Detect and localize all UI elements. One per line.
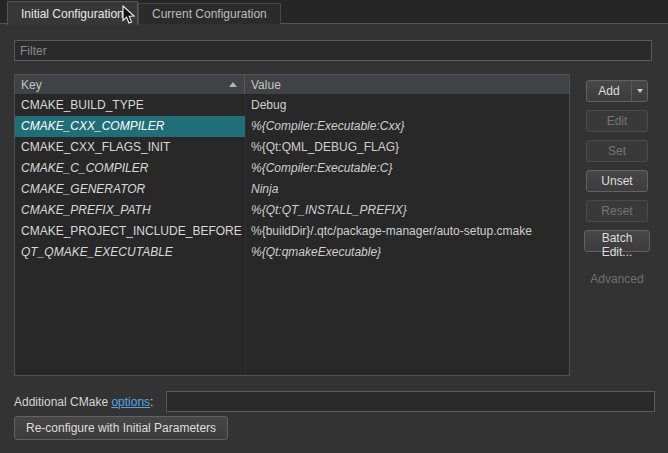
key-cell[interactable]: CMAKE_C_COMPILER: [15, 158, 245, 179]
column-header-key[interactable]: Key: [15, 75, 245, 94]
batch-edit-button[interactable]: Batch Edit...: [584, 230, 650, 252]
edit-button[interactable]: Edit: [586, 110, 648, 132]
parameters-table: Key Value CMAKE_BUILD_TYPEDebugCMAKE_CXX…: [14, 74, 570, 376]
table-body: CMAKE_BUILD_TYPEDebugCMAKE_CXX_COMPILER%…: [15, 95, 569, 263]
tab-current-configuration[interactable]: Current Configuration: [138, 3, 281, 24]
value-cell[interactable]: %{Compiler:Executable:Cxx}: [245, 116, 569, 137]
reset-button[interactable]: Reset: [586, 200, 648, 222]
filter-input[interactable]: [14, 40, 652, 61]
add-dropdown-arrow[interactable]: [631, 81, 647, 101]
cmake-configuration-panel: Initial Configuration Current Configurat…: [0, 0, 668, 453]
key-cell[interactable]: CMAKE_CXX_COMPILER: [15, 116, 245, 137]
table-row: CMAKE_PREFIX_PATH%{Qt:QT_INSTALL_PREFIX}: [15, 200, 569, 221]
additional-options-input[interactable]: [166, 391, 655, 412]
advanced-toggle[interactable]: Advanced: [586, 272, 648, 286]
value-cell[interactable]: %{Qt:QT_INSTALL_PREFIX}: [245, 200, 569, 221]
key-cell[interactable]: CMAKE_GENERATOR: [15, 179, 245, 200]
table-row: CMAKE_CXX_COMPILER%{Compiler:Executable:…: [15, 116, 569, 137]
table-row: CMAKE_C_COMPILER%{Compiler:Executable:C}: [15, 158, 569, 179]
unset-button[interactable]: Unset: [586, 170, 648, 192]
table-row: CMAKE_GENERATORNinja: [15, 179, 569, 200]
sort-ascending-icon: [229, 82, 237, 87]
key-cell[interactable]: CMAKE_CXX_FLAGS_INIT: [15, 137, 245, 158]
table-row: QT_QMAKE_EXECUTABLE%{Qt:qmakeExecutable}: [15, 242, 569, 263]
additional-options-label: Additional CMake options:: [14, 392, 153, 412]
table-row: CMAKE_BUILD_TYPEDebug: [15, 95, 569, 116]
key-cell[interactable]: CMAKE_PROJECT_INCLUDE_BEFORE: [15, 221, 245, 242]
key-cell[interactable]: CMAKE_PREFIX_PATH: [15, 200, 245, 221]
column-header-value[interactable]: Value: [245, 75, 569, 94]
table-row: CMAKE_PROJECT_INCLUDE_BEFORE%{buildDir}/…: [15, 221, 569, 242]
value-cell[interactable]: %{buildDir}/.qtc/package-manager/auto-se…: [245, 221, 569, 242]
set-button[interactable]: Set: [586, 140, 648, 162]
value-cell[interactable]: %{Compiler:Executable:C}: [245, 158, 569, 179]
chevron-down-icon: [637, 89, 643, 93]
value-cell[interactable]: %{Qt:qmakeExecutable}: [245, 242, 569, 263]
tab-initial-configuration[interactable]: Initial Configuration: [7, 1, 138, 25]
options-link[interactable]: options: [111, 395, 150, 409]
add-button-label: Add: [587, 84, 631, 98]
value-cell[interactable]: Debug: [245, 95, 569, 116]
value-cell[interactable]: Ninja: [245, 179, 569, 200]
value-cell[interactable]: %{Qt:QML_DEBUG_FLAG}: [245, 137, 569, 158]
key-cell[interactable]: QT_QMAKE_EXECUTABLE: [15, 242, 245, 263]
tab-current-configuration-label: Current Configuration: [152, 7, 267, 21]
reconfigure-button[interactable]: Re-configure with Initial Parameters: [14, 416, 228, 440]
table-header: Key Value: [15, 75, 569, 95]
add-button[interactable]: Add: [586, 80, 648, 102]
tab-initial-configuration-label: Initial Configuration: [21, 7, 124, 21]
key-cell[interactable]: CMAKE_BUILD_TYPE: [15, 95, 245, 116]
table-row: CMAKE_CXX_FLAGS_INIT%{Qt:QML_DEBUG_FLAG}: [15, 137, 569, 158]
